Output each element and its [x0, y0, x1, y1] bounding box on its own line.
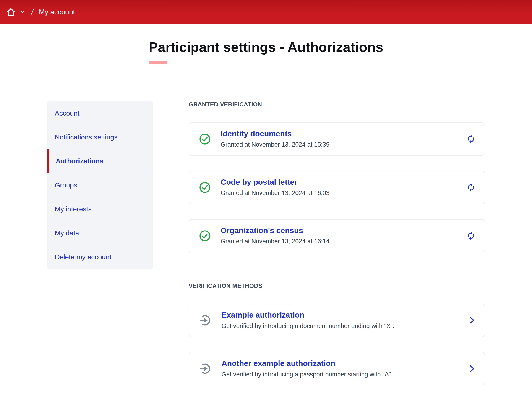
granted-card-identity-documents: Identity documents Granted at November 1… [189, 122, 485, 156]
method-card-text: Another example authorization Get verifi… [222, 353, 393, 384]
content-area: Account Notifications settings Authoriza… [47, 101, 485, 385]
granted-verification-list: Identity documents Granted at November 1… [189, 122, 485, 253]
sidebar-item-my-interests[interactable]: My interests [47, 197, 153, 221]
chevron-down-icon[interactable] [21, 11, 24, 13]
method-card-text: Example authorization Get verified by in… [222, 305, 394, 336]
method-card-description: Get verified by introducing a passport n… [222, 371, 393, 378]
granted-card-text: Identity documents Granted at November 1… [221, 124, 329, 155]
granted-card-text: Organization's census Granted at Novembe… [221, 220, 329, 251]
breadcrumb: / My account [6, 7, 75, 17]
top-navigation-bar: / My account [0, 0, 532, 24]
granted-card-status: Granted at November 13, 2024 at 15:39 [221, 141, 329, 149]
sidebar-item-my-data[interactable]: My data [47, 221, 153, 245]
granted-card-text: Code by postal letter Granted at Novembe… [221, 172, 329, 203]
granted-card-code-by-postal-letter: Code by postal letter Granted at Novembe… [189, 171, 485, 204]
breadcrumb-separator: / [30, 7, 34, 16]
method-card-description: Get verified by introducing a document n… [222, 322, 394, 330]
sidebar-item-notifications-settings[interactable]: Notifications settings [47, 125, 153, 149]
sidebar-item-account[interactable]: Account [47, 101, 153, 125]
chevron-right-icon[interactable] [469, 365, 475, 373]
granted-verification-heading: GRANTED VERIFICATION [189, 101, 485, 108]
granted-card-title-link[interactable]: Identity documents [221, 130, 329, 138]
chevron-right-icon[interactable] [469, 316, 475, 324]
renew-icon[interactable] [466, 231, 475, 240]
renew-icon[interactable] [466, 183, 475, 192]
page-title: Participant settings - Authorizations [149, 39, 383, 64]
sidebar-item-authorizations[interactable]: Authorizations [47, 149, 153, 173]
circle-check-icon [199, 230, 211, 242]
circle-check-icon [199, 133, 211, 145]
home-icon[interactable] [6, 7, 16, 17]
settings-sidebar: Account Notifications settings Authoriza… [47, 101, 153, 269]
method-card-another-example-authorization[interactable]: Another example authorization Get verifi… [189, 352, 485, 385]
method-card-example-authorization[interactable]: Example authorization Get verified by in… [189, 304, 485, 337]
granted-card-title-link[interactable]: Organization's census [221, 226, 329, 235]
renew-icon[interactable] [466, 135, 475, 144]
login-circle-icon [199, 314, 212, 326]
breadcrumb-current-my-account[interactable]: My account [39, 8, 75, 16]
circle-check-icon [199, 182, 211, 193]
sidebar-item-delete-my-account[interactable]: Delete my account [47, 245, 153, 269]
method-card-title-link[interactable]: Another example authorization [222, 359, 393, 367]
granted-card-status: Granted at November 13, 2024 at 16:03 [221, 189, 329, 197]
authorizations-main: GRANTED VERIFICATION Identity documents … [189, 101, 485, 385]
method-card-title-link[interactable]: Example authorization [222, 311, 394, 319]
verification-methods-heading: VERIFICATION METHODS [189, 283, 485, 289]
login-circle-icon [199, 363, 212, 375]
granted-card-title-link[interactable]: Code by postal letter [221, 178, 329, 186]
sidebar-item-groups[interactable]: Groups [47, 173, 153, 197]
granted-card-organizations-census: Organization's census Granted at Novembe… [189, 219, 485, 253]
granted-card-status: Granted at November 13, 2024 at 16:14 [221, 238, 329, 245]
home-link[interactable] [6, 7, 24, 17]
verification-methods-list: Example authorization Get verified by in… [189, 304, 485, 385]
